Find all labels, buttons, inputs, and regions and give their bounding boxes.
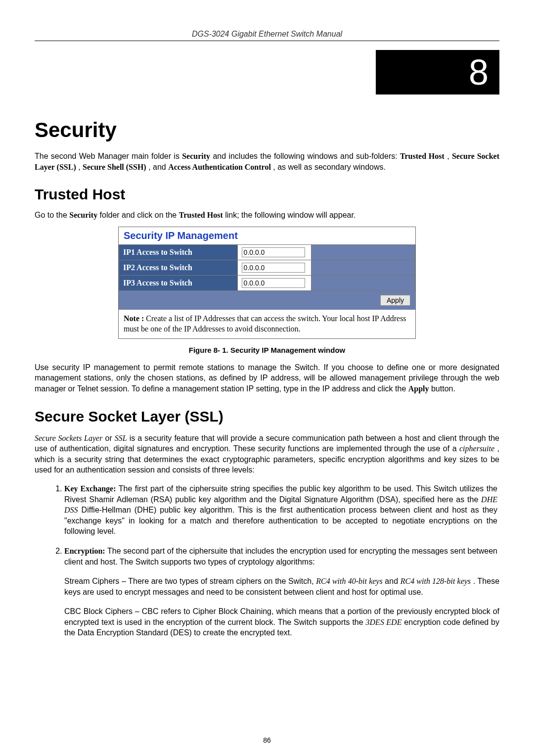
blank-cell	[312, 260, 415, 276]
italic-term: RC4 with 128-bit keys	[400, 577, 471, 585]
text: and includes the following windows and s…	[213, 152, 400, 160]
security-ip-management-figure: Security IP Management IP1 Access to Swi…	[118, 227, 416, 339]
item-label: Encryption:	[64, 547, 105, 555]
input-cell	[237, 245, 312, 260]
text: ,	[78, 163, 83, 171]
bold-term: Security	[69, 211, 97, 219]
apply-button[interactable]: Apply	[380, 295, 410, 306]
ip2-input[interactable]	[242, 263, 305, 273]
chapter-title: Security	[35, 118, 499, 142]
note-label: Note :	[124, 314, 144, 323]
ip1-input[interactable]	[242, 247, 305, 257]
italic-term: SSL	[115, 434, 127, 442]
ssl-ciphersuite-list: Key Exchange: The first part of the ciph…	[35, 483, 499, 567]
text: or	[105, 434, 114, 442]
text: ,	[447, 152, 452, 160]
blank-cell	[312, 245, 415, 260]
text: , and	[148, 163, 168, 171]
bold-term: Trusted Host	[179, 211, 223, 219]
trusted-host-heading: Trusted Host	[35, 186, 499, 203]
text: The second Web Manager main folder is	[35, 152, 182, 160]
bold-term: Apply	[408, 384, 429, 393]
blank-cell	[312, 276, 415, 291]
trusted-host-nav: Go to the Security folder and click on t…	[35, 211, 499, 220]
list-item-encryption: Encryption: The second part of the ciphe…	[64, 546, 499, 567]
bold-term: Security	[182, 152, 210, 160]
cbc-ciphers-paragraph: CBC Block Ciphers – CBC refers to Cipher…	[49, 606, 499, 638]
chapter-number-box: 8	[376, 50, 499, 94]
row-label: IP2 Access to Switch	[119, 260, 238, 276]
table-row: IP2 Access to Switch	[119, 260, 415, 276]
text: folder and click on the	[100, 211, 179, 219]
italic-term: Secure Sockets Layer	[35, 434, 102, 442]
text: The second part of the ciphersuite that …	[64, 547, 497, 566]
italic-term: RC4 with 40-bit keys	[316, 577, 382, 585]
italic-term: ciphersuite	[459, 444, 494, 453]
bold-term: Trusted Host	[400, 152, 445, 160]
stream-ciphers-paragraph: Stream Ciphers – There are two types of …	[49, 576, 499, 597]
page-number: 86	[0, 736, 534, 744]
trusted-host-desc: Use security IP management to permit rem…	[35, 362, 499, 394]
row-label: IP3 Access to Switch	[119, 276, 238, 291]
text: link; the following window will appear.	[225, 211, 356, 219]
note-text: Create a list of IP Addresses that can a…	[124, 314, 406, 333]
figure-caption: Figure 8- 1. Security IP Management wind…	[35, 346, 499, 354]
text: and	[385, 577, 400, 585]
text: , as well as secondary windows.	[273, 163, 386, 171]
row-label: IP1 Access to Switch	[119, 245, 238, 260]
table-row: IP3 Access to Switch	[119, 276, 415, 291]
text: Diffie-Hellman (DHE) public key algorith…	[64, 506, 497, 535]
bold-term: Secure Shell (SSH)	[83, 163, 146, 171]
ssl-intro-paragraph: Secure Sockets Layer or SSL is a securit…	[35, 433, 499, 475]
text: button.	[431, 384, 455, 393]
ip-access-table: IP1 Access to Switch IP2 Access to Switc…	[119, 244, 415, 291]
ip3-input[interactable]	[242, 278, 305, 288]
italic-term: 3DES EDE	[366, 618, 402, 626]
text: Use security IP management to permit rem…	[35, 363, 499, 393]
ssl-heading: Secure Socket Layer (SSL)	[35, 408, 499, 425]
item-label: Key Exchange:	[64, 484, 116, 493]
manual-header: DGS-3024 Gigabit Ethernet Switch Manual	[35, 30, 499, 41]
lead-term: Stream Ciphers	[64, 577, 122, 585]
text: is a security feature that will provide …	[35, 434, 499, 453]
figure-title: Security IP Management	[119, 227, 415, 244]
text: The first part of the ciphersuite string…	[64, 484, 497, 504]
bold-term: Access Authentication Control	[168, 163, 271, 171]
header-rule	[35, 41, 499, 41]
text: Go to the	[35, 211, 69, 219]
figure-note: Note : Create a list of IP Addresses tha…	[119, 310, 415, 338]
list-item-key-exchange: Key Exchange: The first part of the ciph…	[64, 483, 499, 537]
table-row: IP1 Access to Switch	[119, 245, 415, 260]
text: – There are two types of stream ciphers …	[122, 577, 316, 585]
input-cell	[237, 276, 312, 291]
chapter-intro: The second Web Manager main folder is Se…	[35, 151, 499, 172]
input-cell	[237, 260, 312, 276]
lead-term: CBC Block Ciphers	[64, 607, 135, 615]
apply-row: Apply	[119, 291, 415, 310]
